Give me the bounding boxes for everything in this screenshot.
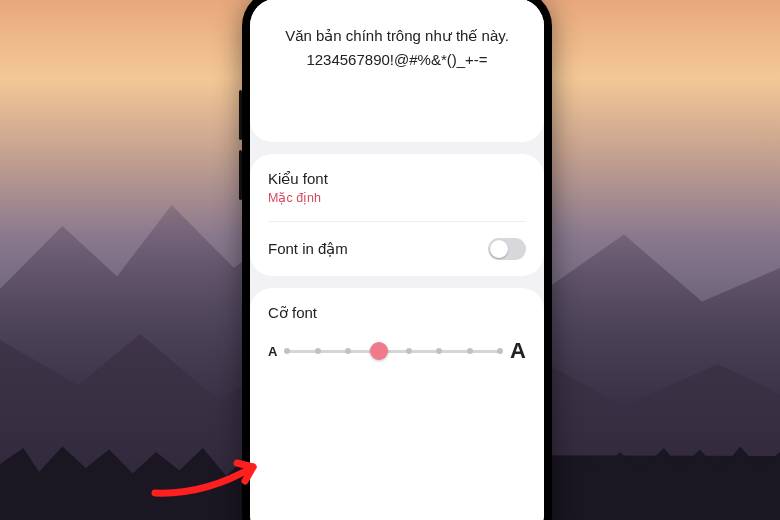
- volume-down-button: [239, 150, 242, 200]
- font-size-max-icon: A: [510, 338, 526, 364]
- volume-up-button: [239, 90, 242, 140]
- bold-font-label: Font in đậm: [268, 240, 348, 258]
- preview-text-line1: Văn bản chính trông như thế này.: [272, 24, 522, 48]
- slider-step-dot: [436, 348, 442, 354]
- phone-frame: Văn bản chính trông như thế này. 1234567…: [242, 0, 552, 520]
- slider-step-dot: [345, 348, 351, 354]
- font-size-slider-row: A A: [268, 338, 526, 364]
- font-style-row[interactable]: Kiểu font Mặc định: [268, 154, 526, 221]
- font-style-label: Kiểu font: [268, 170, 328, 188]
- slider-step-dot: [315, 348, 321, 354]
- slider-step-dot: [406, 348, 412, 354]
- slider-step-dot: [467, 348, 473, 354]
- slider-step-dot: [497, 348, 503, 354]
- preview-text-line2: 1234567890!@#%&*()_+-=: [272, 48, 522, 72]
- bold-font-row[interactable]: Font in đậm: [268, 221, 526, 276]
- font-size-slider[interactable]: [287, 339, 500, 363]
- font-style-value: Mặc định: [268, 190, 328, 205]
- bold-font-toggle[interactable]: [488, 238, 526, 260]
- font-preview-card: Văn bản chính trông như thế này. 1234567…: [250, 0, 544, 142]
- font-size-label: Cỡ font: [268, 304, 526, 322]
- font-settings-card: Kiểu font Mặc định Font in đậm: [250, 154, 544, 276]
- slider-step-dot: [284, 348, 290, 354]
- font-size-min-icon: A: [268, 344, 277, 359]
- font-size-card: Cỡ font A A: [250, 288, 544, 520]
- phone-screen: Văn bản chính trông như thế này. 1234567…: [250, 0, 544, 520]
- slider-thumb[interactable]: [370, 342, 388, 360]
